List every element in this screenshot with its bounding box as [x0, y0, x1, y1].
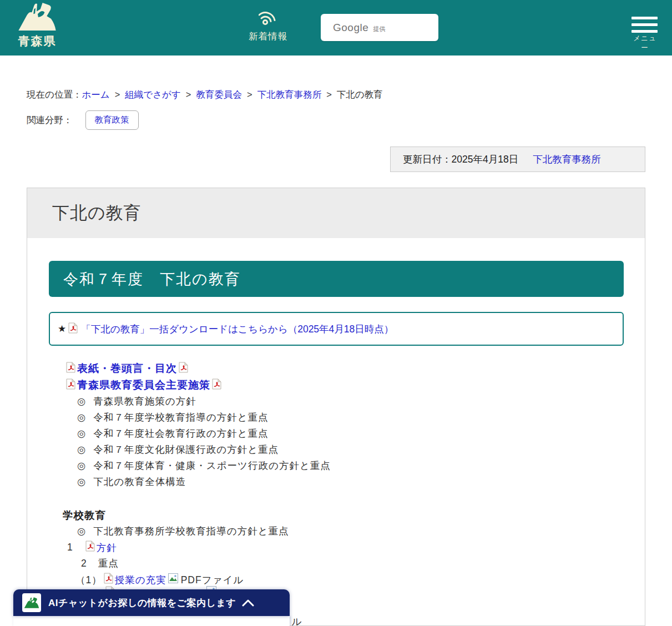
related-tag-education-policy[interactable]: 教育政策	[85, 110, 139, 130]
breadcrumb: 現在の位置：ホーム>組織でさがす>教育委員会>下北教育事務所>下北の教育	[27, 89, 383, 101]
ai-chat-panel	[13, 616, 290, 626]
ai-chat-bar[interactable]: AIチャットがお探しの情報をご案内します	[13, 589, 290, 616]
major-measures-link[interactable]: 青森県教育委員会主要施策	[77, 378, 210, 392]
ai-chat-label: AIチャットがお探しの情報をご案内します	[48, 597, 236, 609]
page: 青森県 新着情報 Google 提供 メニュー	[0, 0, 672, 626]
breadcrumb-home[interactable]: ホーム	[82, 89, 109, 99]
list-item: ◎令和７年度文化財保護行政の方針と重点	[77, 443, 279, 456]
school-education-heading: 学校教育	[63, 508, 106, 522]
pdf-link-row: 青森県教育委員会主要施策	[66, 378, 221, 392]
list-item: ◎令和７年度学校教育指導の方針と重点	[77, 411, 269, 424]
google-brand-label: Google	[333, 22, 368, 34]
list-item: ◎下北教育事務所学校教育指導の方針と重点	[77, 524, 289, 538]
rss-icon	[259, 18, 277, 27]
page-title: 下北の教育	[27, 201, 142, 225]
pdf-icon[interactable]	[179, 362, 188, 375]
hamburger-icon	[631, 17, 658, 33]
broken-image-icon	[168, 573, 178, 586]
circle-bullet: ◎	[77, 476, 86, 487]
numbered-row: （1） 授業の充実 PDFファイル	[75, 573, 244, 587]
download-box: ★ 「下北の教育」一括ダウンロードはこちらから（2025年4月18日時点）	[49, 312, 624, 346]
update-date: 更新日付：2025年4月18日	[403, 153, 518, 166]
circle-bullet: ◎	[77, 428, 86, 439]
breadcrumb-current: 下北の教育	[337, 89, 383, 99]
pdf-icon[interactable]	[104, 573, 113, 587]
related-fields-label: 関連分野：	[27, 114, 73, 127]
search-input[interactable]: Google 提供	[321, 14, 438, 41]
list-item: ◎令和７年度体育・健康・スポーツ行政の方針と重点	[77, 459, 331, 472]
class-enhancement-pdf-link[interactable]: 授業の充実	[115, 573, 166, 587]
pdf-icon	[68, 322, 78, 336]
list-item: ◎下北の教育全体構造	[77, 475, 186, 488]
pdf-icon[interactable]	[66, 378, 75, 392]
aomori-green-mountain-icon	[22, 593, 41, 612]
numbered-row: 2 重点	[81, 557, 119, 570]
google-provided-label: 提供	[373, 25, 385, 33]
pdf-icon[interactable]	[85, 541, 95, 554]
menu-button[interactable]: メニュー	[631, 17, 658, 53]
prefecture-logo[interactable]: 青森県	[16, 3, 59, 49]
breadcrumb-shimokita-office[interactable]: 下北教育事務所	[257, 89, 322, 99]
numbered-row: 1 方針	[67, 541, 117, 554]
pdf-link-row: 表紙・巻頭言・目次	[66, 361, 188, 376]
office-link[interactable]: 下北教育事務所	[533, 153, 601, 166]
update-info-box: 更新日付：2025年4月18日 下北教育事務所	[390, 147, 645, 172]
news-label: 新着情報	[242, 31, 294, 43]
related-fields-row: 関連分野： 教育政策	[27, 110, 139, 130]
list-item: ◎令和７年度社会教育行政の方針と重点	[77, 427, 269, 440]
bulk-download-link[interactable]: 「下北の教育」一括ダウンロードはこちらから（2025年4月18日時点）	[81, 322, 393, 336]
circle-bullet: ◎	[77, 412, 86, 423]
list-item: ◎青森県教育施策の方針	[77, 395, 196, 408]
pdf-icon[interactable]	[212, 378, 221, 392]
section-banner: 令和７年度 下北の教育	[49, 261, 624, 297]
chevron-up-icon[interactable]	[242, 599, 254, 607]
circle-bullet: ◎	[77, 460, 86, 471]
page-title-block: 下北の教育	[27, 188, 645, 238]
circle-bullet: ◎	[77, 396, 86, 407]
aomori-mountain-icon	[17, 23, 58, 32]
menu-label: メニュー	[631, 34, 658, 53]
pdf-icon[interactable]	[66, 362, 75, 375]
breadcrumb-board-of-education[interactable]: 教育委員会	[196, 89, 242, 99]
site-header: 青森県 新着情報 Google 提供 メニュー	[0, 0, 672, 55]
logo-label: 青森県	[16, 33, 59, 49]
circle-bullet: ◎	[77, 444, 86, 455]
star-icon: ★	[58, 323, 66, 335]
circle-bullet: ◎	[77, 526, 86, 537]
breadcrumb-organizations[interactable]: 組織でさがす	[125, 89, 181, 99]
policy-pdf-link[interactable]: 方針	[97, 541, 117, 554]
cover-foreword-toc-link[interactable]: 表紙・巻頭言・目次	[77, 361, 177, 376]
pdf-file-alt-text: PDFファイル	[181, 573, 244, 587]
news-link[interactable]: 新着情報	[242, 9, 294, 43]
breadcrumb-prefix: 現在の位置：	[27, 89, 82, 99]
